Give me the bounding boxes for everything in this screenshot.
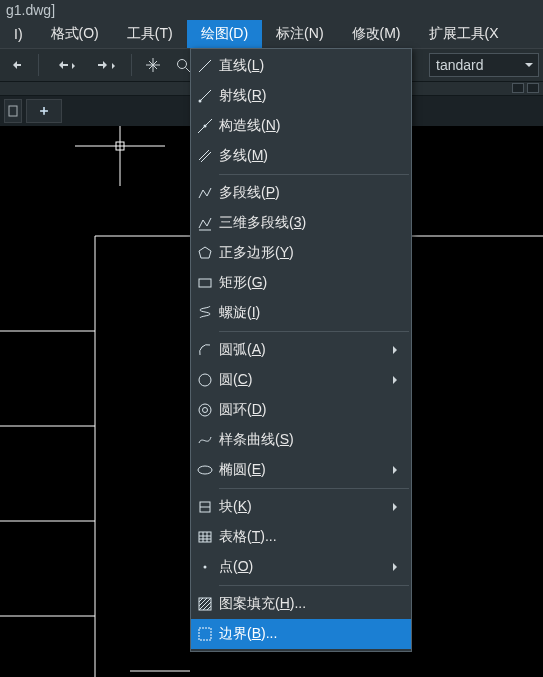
menu-item-3dpoly[interactable]: 三维多段线(3) bbox=[191, 208, 411, 238]
pan-button[interactable] bbox=[140, 52, 166, 78]
menu-item-label: 射线(R) bbox=[219, 87, 405, 105]
xline-icon bbox=[191, 111, 219, 141]
menu-item-label: 构造线(N) bbox=[219, 117, 405, 135]
menu-item-pline[interactable]: 多段线(P) bbox=[191, 178, 411, 208]
submenu-arrow-icon bbox=[393, 346, 401, 354]
point-icon bbox=[191, 552, 219, 582]
redo-button[interactable] bbox=[87, 52, 123, 78]
menu-separator bbox=[219, 585, 409, 586]
svg-point-17 bbox=[204, 125, 207, 128]
svg-line-40 bbox=[207, 606, 211, 610]
menu-item-label: 三维多段线(3) bbox=[219, 214, 405, 232]
svg-point-25 bbox=[203, 408, 208, 413]
menubar-item[interactable]: 工具(T) bbox=[113, 20, 187, 48]
menu-item-label: 块(K) bbox=[219, 498, 393, 516]
menu-item-label: 圆(C) bbox=[219, 371, 393, 389]
document-tab[interactable] bbox=[4, 99, 22, 123]
svg-line-39 bbox=[203, 602, 211, 610]
menu-separator bbox=[219, 331, 409, 332]
menu-item-label: 图案填充(H)... bbox=[219, 595, 405, 613]
menu-item-rect[interactable]: 矩形(G) bbox=[191, 268, 411, 298]
menu-item-block[interactable]: 块(K) bbox=[191, 492, 411, 522]
menu-item-helix[interactable]: 螺旋(I) bbox=[191, 298, 411, 328]
menu-item-label: 椭圆(E) bbox=[219, 461, 393, 479]
menubar-item[interactable]: I) bbox=[0, 20, 37, 48]
panel-box[interactable] bbox=[512, 83, 524, 93]
menu-item-donut[interactable]: 圆环(D) bbox=[191, 395, 411, 425]
svg-marker-21 bbox=[199, 247, 211, 258]
menu-item-hatch[interactable]: 图案填充(H)... bbox=[191, 589, 411, 619]
menu-item-label: 圆弧(A) bbox=[219, 341, 393, 359]
menu-item-mline[interactable]: 多线(M) bbox=[191, 141, 411, 171]
svg-rect-29 bbox=[199, 532, 211, 542]
toolbar-separator bbox=[131, 54, 132, 76]
menu-item-ellipse[interactable]: 椭圆(E) bbox=[191, 455, 411, 485]
menu-item-table[interactable]: 表格(T)... bbox=[191, 522, 411, 552]
svg-point-24 bbox=[199, 404, 211, 416]
toolbar-separator bbox=[38, 54, 39, 76]
svg-point-0 bbox=[178, 60, 187, 69]
block-icon bbox=[191, 492, 219, 522]
submenu-arrow-icon bbox=[393, 376, 401, 384]
tool-unknown-left[interactable] bbox=[4, 52, 30, 78]
menu-item-label: 圆环(D) bbox=[219, 401, 405, 419]
polygon-icon bbox=[191, 238, 219, 268]
svg-point-34 bbox=[204, 566, 207, 569]
ray-icon bbox=[191, 81, 219, 111]
menu-item-polygon[interactable]: 正多边形(Y) bbox=[191, 238, 411, 268]
menu-item-boundary[interactable]: 边界(B)... bbox=[191, 619, 411, 649]
menubar-item[interactable]: 标注(N) bbox=[262, 20, 337, 48]
undo-button[interactable] bbox=[47, 52, 83, 78]
mline-icon bbox=[191, 141, 219, 171]
menubar-item[interactable]: 绘图(D) bbox=[187, 20, 262, 48]
menubar-item[interactable]: 扩展工具(X bbox=[415, 20, 513, 48]
window-title-fragment: g1.dwg] bbox=[0, 0, 543, 20]
svg-rect-41 bbox=[199, 628, 211, 640]
submenu-arrow-icon bbox=[393, 503, 401, 511]
panel-box[interactable] bbox=[527, 83, 539, 93]
menu-item-point[interactable]: 点(O) bbox=[191, 552, 411, 582]
arc-icon bbox=[191, 335, 219, 365]
menu-item-xline[interactable]: 构造线(N) bbox=[191, 111, 411, 141]
menu-separator bbox=[219, 488, 409, 489]
menu-separator bbox=[219, 174, 409, 175]
rect-icon bbox=[191, 268, 219, 298]
menu-item-circle[interactable]: 圆(C) bbox=[191, 365, 411, 395]
draw-menu-dropdown: 直线(L)射线(R)构造线(N)多线(M)多段线(P)三维多段线(3)正多边形(… bbox=[190, 48, 412, 652]
style-combo-value: tandard bbox=[436, 57, 483, 73]
svg-point-23 bbox=[199, 374, 211, 386]
menu-item-label: 正多边形(Y) bbox=[219, 244, 405, 262]
spline-icon bbox=[191, 425, 219, 455]
menu-item-spline[interactable]: 样条曲线(S) bbox=[191, 425, 411, 455]
boundary-icon bbox=[191, 619, 219, 649]
pline-icon bbox=[191, 178, 219, 208]
menu-item-label: 样条曲线(S) bbox=[219, 431, 405, 449]
menu-item-line[interactable]: 直线(L) bbox=[191, 51, 411, 81]
menu-item-arc[interactable]: 圆弧(A) bbox=[191, 335, 411, 365]
menu-item-label: 矩形(G) bbox=[219, 274, 405, 292]
new-tab-button[interactable]: ＋ bbox=[26, 99, 62, 123]
menubar-item[interactable]: 修改(M) bbox=[338, 20, 415, 48]
ellipse-icon bbox=[191, 455, 219, 485]
menu-item-label: 螺旋(I) bbox=[219, 304, 405, 322]
svg-rect-22 bbox=[199, 279, 211, 287]
svg-point-15 bbox=[199, 100, 202, 103]
circle-icon bbox=[191, 365, 219, 395]
donut-icon bbox=[191, 395, 219, 425]
3dpoly-icon bbox=[191, 208, 219, 238]
menubar: I)格式(O)工具(T)绘图(D)标注(N)修改(M)扩展工具(X bbox=[0, 20, 543, 48]
menu-item-label: 多段线(P) bbox=[219, 184, 405, 202]
svg-line-36 bbox=[199, 598, 203, 602]
menubar-item[interactable]: 格式(O) bbox=[37, 20, 113, 48]
svg-point-26 bbox=[198, 466, 212, 474]
style-combo[interactable]: tandard bbox=[429, 53, 539, 77]
menu-item-label: 多线(M) bbox=[219, 147, 405, 165]
menu-item-label: 边界(B)... bbox=[219, 625, 405, 643]
menu-item-ray[interactable]: 射线(R) bbox=[191, 81, 411, 111]
line-icon bbox=[191, 51, 219, 81]
svg-line-37 bbox=[199, 598, 207, 606]
menu-item-label: 直线(L) bbox=[219, 57, 405, 75]
svg-rect-2 bbox=[9, 106, 17, 116]
submenu-arrow-icon bbox=[393, 466, 401, 474]
table-icon bbox=[191, 522, 219, 552]
